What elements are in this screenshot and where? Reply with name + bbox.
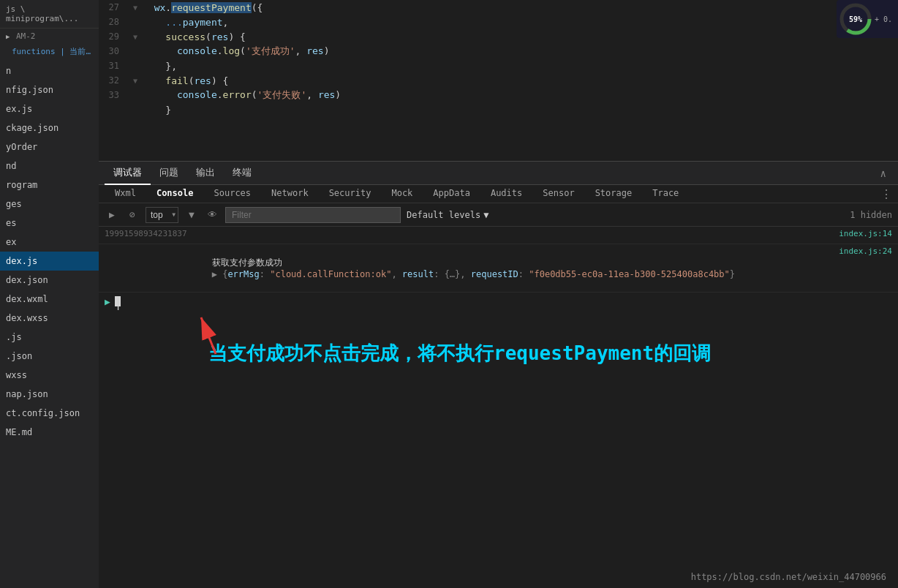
inner-tab-mock[interactable]: Mock [381, 185, 423, 203]
sidebar-item-8[interactable]: es [0, 214, 99, 233]
line-content-30: console.log('支付成功', res) [143, 45, 898, 58]
line-content-31: }, [143, 61, 898, 72]
tab-terminal[interactable]: 终端 [224, 162, 260, 185]
sidebar: js \ miniprogram\... ▶ AM-2 functions | … [0, 0, 99, 588]
line-num-29: 29 [99, 31, 128, 42]
line-arrow-27: ▼ [128, 4, 143, 12]
perf-svg: 59% [839, 3, 872, 35]
eye-icon[interactable]: 👁 [205, 208, 219, 222]
sidebar-functions-label[interactable]: functions | 当前... [0, 42, 99, 61]
inner-tab-storage[interactable]: Storage [585, 185, 643, 203]
inner-tab-wxml[interactable]: Wxml [105, 185, 146, 203]
console-row-1: 获取支付参数成功 ▶ {errMsg: "cloud.callFunction:… [99, 244, 898, 293]
code-line-29: 29 ▼ success(res) { [99, 29, 898, 44]
execute-icon[interactable]: ▶ [105, 208, 119, 222]
console-number-0: 19991598934231837 [105, 229, 193, 238]
levels-dropdown-icon: ▼ [483, 210, 488, 220]
hidden-count: 1 hidden [850, 210, 892, 220]
filter-input[interactable] [225, 207, 401, 223]
inner-tab-audits[interactable]: Audits [480, 185, 532, 203]
sidebar-item-6[interactable]: rogram [0, 176, 99, 195]
line-content-29: success(res) { [143, 31, 898, 42]
devtools-close-icon[interactable]: ∧ [875, 167, 892, 179]
context-select[interactable]: top [146, 207, 178, 223]
prompt-icon: ▶ [105, 296, 110, 307]
sidebar-item-16[interactable]: wxss [0, 366, 99, 385]
svg-text:59%: 59% [849, 15, 862, 23]
sidebar-item-4[interactable]: yOrder [0, 137, 99, 157]
line-arrow-32: ▼ [128, 77, 143, 85]
inner-tab-console[interactable]: Console [146, 185, 204, 203]
line-content-34: } [143, 105, 898, 116]
more-options-icon[interactable]: ⋮ [875, 187, 898, 201]
sidebar-item-1[interactable]: nfig.json [0, 80, 99, 99]
console-source-1[interactable]: index.js:24 [839, 246, 892, 256]
chevron-icon: ▶ [6, 33, 13, 40]
code-line-27: 27 ▼ wx.requestPayment({ [99, 0, 898, 15]
line-num-31: 31 [99, 61, 128, 71]
code-lines: 27 ▼ wx.requestPayment({ 28 ...payment, … [99, 0, 898, 161]
sidebar-item-15[interactable]: .json [0, 347, 99, 366]
sidebar-item-2[interactable]: ex.js [0, 99, 99, 118]
console-content: 19991598934231837 index.js:14 获取支付参数成功 ▶… [99, 227, 898, 588]
devtools-panel: 调试器 问题 输出 终端 ∧ Wxml Console Sources Netw… [99, 161, 898, 588]
sidebar-top-label: js \ miniprogram\... [0, 0, 99, 29]
console-source-0[interactable]: index.js:14 [839, 229, 892, 238]
devtools-tabs: 调试器 问题 输出 终端 ∧ [99, 162, 898, 185]
console-toolbar: ▶ ⊘ top ▼ 👁 Default levels ▼ 1 hidden [99, 203, 898, 227]
annotation-text: 当支付成功不点击完成，将不执行requestPayment的回调 [186, 325, 876, 382]
context-select-wrapper: top [146, 207, 178, 223]
sidebar-item-0[interactable]: n [0, 61, 99, 80]
sidebar-item-13[interactable]: dex.wxss [0, 309, 99, 328]
code-line-32: 32 ▼ fail(res) { [99, 73, 898, 88]
sidebar-item-7[interactable]: ges [0, 195, 99, 214]
sidebar-item-14[interactable]: .js [0, 328, 99, 347]
tab-debugger[interactable]: 调试器 [105, 162, 151, 185]
inner-tab-sensor[interactable]: Sensor [532, 185, 584, 203]
line-num-33: 33 [99, 90, 128, 100]
sidebar-item-9[interactable]: ex [0, 233, 99, 252]
code-line-34: } [99, 102, 898, 117]
sidebar-item-3[interactable]: ckage.json [0, 118, 99, 137]
perf-circle: 59% [839, 3, 872, 35]
tab-issues[interactable]: 问题 [151, 162, 187, 185]
code-line-28: 28 ...payment, [99, 15, 898, 29]
inner-tab-trace[interactable]: Trace [642, 185, 689, 203]
perf-badge: 59% + 0. [837, 0, 898, 38]
sidebar-item-5[interactable]: nd [0, 157, 99, 176]
sidebar-item-12[interactable]: dex.wxml [0, 290, 99, 309]
inner-tab-sources[interactable]: Sources [203, 185, 261, 203]
url-bar: https://blog.csdn.net/weixin_44700966 [691, 572, 886, 582]
line-num-28: 28 [99, 17, 128, 27]
main-layout: js \ miniprogram\... ▶ AM-2 functions | … [0, 0, 898, 588]
console-cursor[interactable]: | [115, 296, 121, 306]
line-arrow-29: ▼ [128, 33, 143, 41]
sidebar-item-10[interactable]: dex.js [0, 252, 99, 271]
line-num-32: 32 [99, 75, 128, 86]
annotation-container: 当支付成功不点击完成，将不执行requestPayment的回调 [99, 310, 898, 390]
perf-sub: + 0. [875, 15, 892, 23]
code-line-30: 30 console.log('支付成功', res) [99, 44, 898, 59]
tab-output[interactable]: 输出 [187, 162, 224, 185]
line-content-32: fail(res) { [143, 75, 898, 86]
stop-icon[interactable]: ⊘ [125, 208, 140, 222]
console-content-1: 获取支付参数成功 ▶ {errMsg: "cloud.callFunction:… [148, 246, 833, 290]
code-line-33: 33 console.error('支付失败', res) [99, 88, 898, 102]
line-num-30: 30 [99, 46, 128, 56]
sidebar-item-17[interactable]: nap.json [0, 385, 99, 404]
inner-tabs: Wxml Console Sources Network Security Mo… [99, 185, 898, 203]
code-editor: 27 ▼ wx.requestPayment({ 28 ...payment, … [99, 0, 898, 161]
inner-tab-appdata[interactable]: AppData [423, 185, 480, 203]
inner-tab-network[interactable]: Network [261, 185, 319, 203]
sidebar-item-11[interactable]: dex.json [0, 271, 99, 290]
line-content-27: wx.requestPayment({ [143, 2, 898, 13]
sidebar-item-18[interactable]: ct.config.json [0, 404, 99, 423]
console-row-0: 19991598934231837 index.js:14 [99, 227, 898, 244]
content-area: 59% + 0. 27 ▼ wx.requestPayment({ 28 ...… [99, 0, 898, 588]
dropdown-icon[interactable]: ▼ [184, 208, 199, 222]
line-num-27: 27 [99, 2, 128, 12]
line-content-33: console.error('支付失败', res) [143, 88, 898, 102]
inner-tab-security[interactable]: Security [319, 185, 382, 203]
sidebar-item-19[interactable]: ME.md [0, 423, 99, 442]
levels-label[interactable]: Default levels ▼ [407, 210, 488, 220]
